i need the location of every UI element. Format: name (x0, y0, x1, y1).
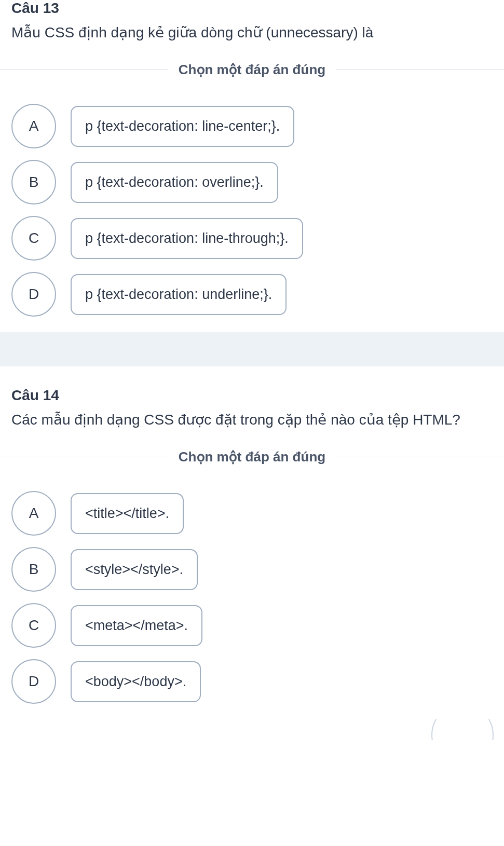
divider-line-right (336, 457, 504, 457)
option-letter[interactable]: C (11, 216, 56, 261)
question-separator (0, 332, 504, 366)
option-box[interactable]: p {text-decoration: line-through;}. (71, 218, 303, 259)
option-letter[interactable]: C (11, 603, 56, 648)
instruction-divider: Chọn một đáp án đúng (0, 62, 504, 78)
option-letter[interactable]: B (11, 160, 56, 204)
option-row[interactable]: A p {text-decoration: line-center;}. (11, 104, 493, 148)
option-letter[interactable]: B (11, 547, 56, 592)
option-row[interactable]: D <body></body>. (11, 659, 493, 704)
option-row[interactable]: A <title></title>. (11, 491, 493, 536)
option-box[interactable]: p {text-decoration: line-center;}. (71, 106, 294, 147)
instruction-divider: Chọn một đáp án đúng (0, 449, 504, 465)
divider-line-left (0, 70, 168, 70)
options-container: A p {text-decoration: line-center;}. B p… (11, 104, 493, 317)
option-box[interactable]: p {text-decoration: overline;}. (71, 162, 278, 203)
option-letter[interactable]: A (11, 104, 56, 148)
divider-line-left (0, 457, 168, 457)
question-13-block: Câu 13 Mẫu CSS định dạng kẻ giữa dòng ch… (0, 0, 504, 332)
option-box[interactable]: <body></body>. (71, 661, 201, 702)
option-box[interactable]: <title></title>. (71, 493, 184, 534)
option-letter[interactable]: A (11, 491, 56, 536)
options-container: A <title></title>. B <style></style>. C … (11, 491, 493, 704)
question-14-block: Câu 14 Các mẫu định dạng CSS được đặt tr… (0, 366, 504, 719)
question-text: Mẫu CSS định dạng kẻ giữa dòng chữ (unne… (11, 22, 493, 44)
instruction-text: Chọn một đáp án đúng (168, 449, 336, 465)
divider-line-right (336, 70, 504, 70)
option-row[interactable]: B <style></style>. (11, 547, 493, 592)
floating-button[interactable] (431, 719, 494, 740)
option-box[interactable]: <style></style>. (71, 549, 198, 590)
option-letter[interactable]: D (11, 272, 56, 317)
option-row[interactable]: C p {text-decoration: line-through;}. (11, 216, 493, 261)
question-text: Các mẫu định dạng CSS được đặt trong cặp… (11, 409, 493, 431)
option-row[interactable]: D p {text-decoration: underline;}. (11, 272, 493, 317)
option-box[interactable]: p {text-decoration: underline;}. (71, 274, 287, 315)
option-letter[interactable]: D (11, 659, 56, 704)
question-title: Câu 13 (11, 0, 493, 17)
option-row[interactable]: C <meta></meta>. (11, 603, 493, 648)
option-box[interactable]: <meta></meta>. (71, 605, 202, 646)
option-row[interactable]: B p {text-decoration: overline;}. (11, 160, 493, 204)
instruction-text: Chọn một đáp án đúng (168, 62, 336, 78)
question-title: Câu 14 (11, 387, 493, 404)
bottom-wrapper (0, 719, 504, 740)
